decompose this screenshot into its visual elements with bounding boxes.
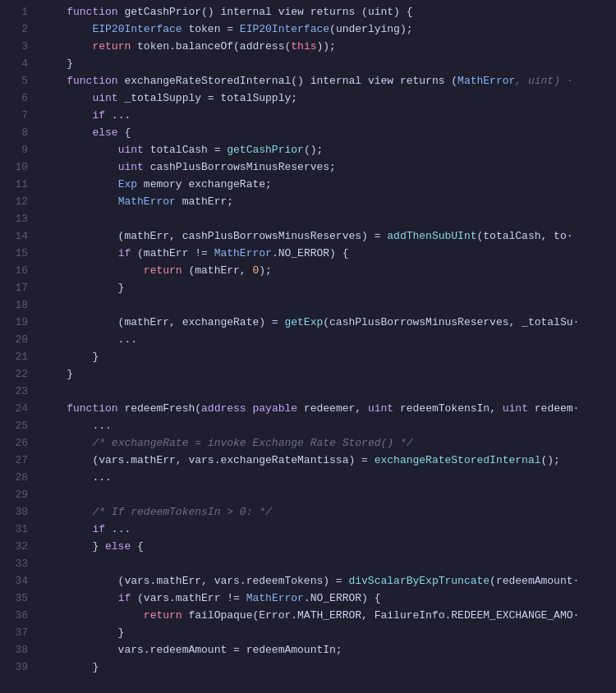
code-token: } [41, 624, 124, 641]
line-number: 35 [7, 590, 28, 607]
code-token [41, 590, 118, 607]
line-number: 28 [7, 469, 28, 486]
code-token: uint [118, 141, 144, 158]
code-line: function redeemFresh(address payable red… [41, 400, 616, 417]
line-number: 16 [7, 262, 28, 279]
code-line: (vars.mathErr, vars.redeemTokens) = divS… [41, 572, 616, 590]
code-token: vars.redeemAmount = redeemAmountIn; [41, 641, 342, 659]
code-token: MathError [246, 590, 304, 607]
code-token: function [67, 400, 117, 417]
code-line: ... [41, 331, 616, 348]
code-token: totalCash = [144, 141, 227, 158]
line-number: 34 [7, 572, 28, 590]
code-line: if ... [41, 107, 616, 124]
code-line: vars.redeemAmount = redeemAmountIn; [41, 641, 616, 659]
code-line: } [41, 279, 616, 296]
line-number: 14 [7, 227, 28, 245]
code-token: MathError [214, 245, 272, 262]
code-token: if [92, 107, 105, 124]
line-number: 2 [7, 21, 28, 38]
line-number-gutter: 1234567891011121314151617181920212223242… [0, 0, 41, 679]
code-line [41, 486, 616, 503]
code-token: payable [252, 400, 297, 417]
line-number: 12 [7, 193, 28, 210]
code-line: } [41, 55, 616, 72]
code-line: Exp memory exchangeRate; [41, 176, 616, 193]
code-token [41, 434, 92, 452]
code-token: ); [259, 262, 272, 279]
code-token: MathError [457, 72, 515, 89]
code-line: } [41, 365, 616, 383]
code-token: EIP20Interface [92, 21, 182, 38]
code-token [41, 193, 118, 210]
line-number: 9 [7, 141, 28, 158]
code-token: } [41, 365, 73, 383]
code-token: (); [541, 452, 560, 469]
code-token: (mathErr, cashPlusBorrowsMinusReserves) … [41, 227, 387, 245]
code-token [41, 107, 92, 124]
code-line: } [41, 624, 616, 641]
code-token: MathError [118, 193, 176, 210]
code-token: (vars.mathErr, vars.exchangeRateMantissa… [41, 452, 375, 469]
code-token: if [118, 590, 131, 607]
code-token: getExp [284, 314, 323, 331]
code-token [41, 607, 144, 624]
code-token: exchangeRateStoredInternal() internal vi… [118, 72, 457, 89]
line-number: 23 [7, 383, 28, 400]
code-line: /* If redeemTokensIn > 0: */ [41, 503, 616, 521]
code-token: memory exchangeRate; [137, 176, 272, 193]
code-token: } [41, 659, 99, 676]
line-number: 10 [7, 158, 28, 176]
code-token: uint [92, 89, 117, 107]
code-token: { [118, 124, 131, 141]
code-line: uint cashPlusBorrowsMinusReserves; [41, 158, 616, 176]
code-line: return failOpaque(Error.MATH_ERROR, Fail… [41, 607, 616, 624]
code-token [41, 521, 92, 538]
code-token [41, 38, 92, 55]
line-number: 30 [7, 503, 28, 521]
code-token: (redeemAmount· [490, 572, 579, 590]
line-number: 17 [7, 279, 28, 296]
code-token: uint [118, 158, 144, 176]
code-token: return [92, 38, 131, 55]
code-token: exchangeRateStoredInternal [375, 452, 541, 469]
code-token: )); [317, 38, 336, 55]
code-line: } [41, 659, 616, 676]
code-token: } [41, 538, 105, 555]
code-line: if (vars.mathErr != MathError.NO_ERROR) … [41, 590, 616, 607]
code-line: else { [41, 124, 616, 141]
code-content: function getCashPrior() internal view re… [41, 0, 616, 679]
code-token [41, 176, 118, 193]
code-token: 0 [252, 262, 259, 279]
code-token: redeemer, [297, 400, 368, 417]
code-line: function getCashPrior() internal view re… [41, 3, 616, 21]
line-number: 5 [7, 72, 28, 89]
code-line [41, 296, 616, 314]
line-number: 25 [7, 417, 28, 434]
code-token: uint [368, 400, 393, 417]
line-number: 20 [7, 331, 28, 348]
code-line: ... [41, 469, 616, 486]
code-token: (); [304, 141, 323, 158]
code-token: (cashPlusBorrowsMinusReserves, _totalSu· [323, 314, 579, 331]
code-token: redeemTokensIn, [393, 400, 503, 417]
line-number: 15 [7, 245, 28, 262]
code-line: MathError mathErr; [41, 193, 616, 210]
code-token: mathErr; [176, 193, 233, 210]
code-line: } else { [41, 538, 616, 555]
code-token: (vars.mathErr, vars.redeemTokens) = [41, 572, 348, 590]
code-token: return [144, 607, 182, 624]
code-token [41, 72, 67, 89]
code-token: token = [182, 21, 240, 38]
line-number: 29 [7, 486, 28, 503]
code-token: .NO_ERROR) { [304, 590, 381, 607]
line-number: 6 [7, 89, 28, 107]
line-number: 24 [7, 400, 28, 417]
code-token: cashPlusBorrowsMinusReserves; [144, 158, 336, 176]
line-number: 38 [7, 641, 28, 659]
code-token: address [201, 400, 246, 417]
line-number: 19 [7, 314, 28, 331]
code-token: (totalCash, to· [477, 227, 573, 245]
code-token [41, 503, 92, 521]
code-line: function exchangeRateStoredInternal() in… [41, 72, 616, 89]
